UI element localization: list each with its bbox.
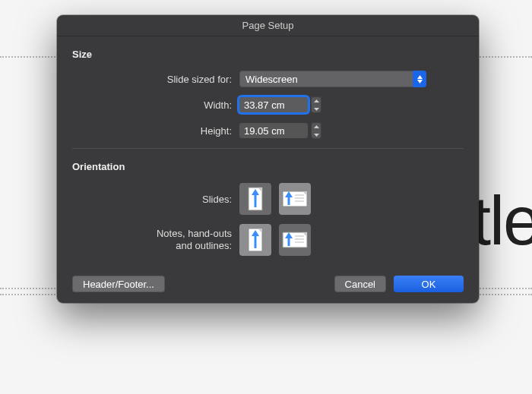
height-label: Height: xyxy=(72,125,239,137)
svg-marker-1 xyxy=(417,80,423,84)
slides-portrait-button[interactable] xyxy=(239,183,271,215)
divider xyxy=(72,148,464,149)
notes-orientation-label: Notes, hand-outs and outlines: xyxy=(72,228,239,253)
sized-for-value: Widescreen xyxy=(245,74,298,85)
svg-rect-21 xyxy=(283,232,307,247)
height-field[interactable]: 19.05 cm xyxy=(239,123,308,138)
size-section-label: Size xyxy=(72,49,464,60)
slides-orientation-label: Slides: xyxy=(72,194,239,205)
svg-marker-2 xyxy=(314,99,319,102)
orientation-section-label: Orientation xyxy=(72,161,464,172)
notes-landscape-button[interactable] xyxy=(279,224,311,256)
width-field[interactable]: 33.87 cm xyxy=(239,97,308,112)
width-label: Width: xyxy=(72,99,239,111)
width-stepper[interactable] xyxy=(311,96,321,113)
page-setup-dialog: Page Setup Size Slide sized for: Widescr… xyxy=(57,15,479,303)
background-title-text: tle xyxy=(472,182,532,260)
landscape-page-icon xyxy=(281,229,309,251)
svg-marker-4 xyxy=(314,125,319,128)
sized-for-label: Slide sized for: xyxy=(72,74,239,85)
svg-rect-10 xyxy=(283,191,307,206)
landscape-page-icon xyxy=(281,188,309,210)
slides-landscape-button[interactable] xyxy=(279,183,311,215)
portrait-page-icon xyxy=(244,227,267,253)
dialog-title: Page Setup xyxy=(57,15,479,36)
height-stepper[interactable] xyxy=(311,122,321,139)
portrait-page-icon xyxy=(244,186,267,212)
header-footer-button[interactable]: Header/Footer... xyxy=(72,276,165,292)
sized-for-select[interactable]: Widescreen xyxy=(239,71,426,87)
notes-portrait-button[interactable] xyxy=(239,224,271,256)
svg-marker-3 xyxy=(314,108,319,111)
select-arrows-icon xyxy=(413,71,426,87)
svg-marker-5 xyxy=(314,134,319,137)
svg-marker-0 xyxy=(417,75,423,79)
ok-button[interactable]: OK xyxy=(394,276,464,292)
cancel-button[interactable]: Cancel xyxy=(334,276,386,292)
